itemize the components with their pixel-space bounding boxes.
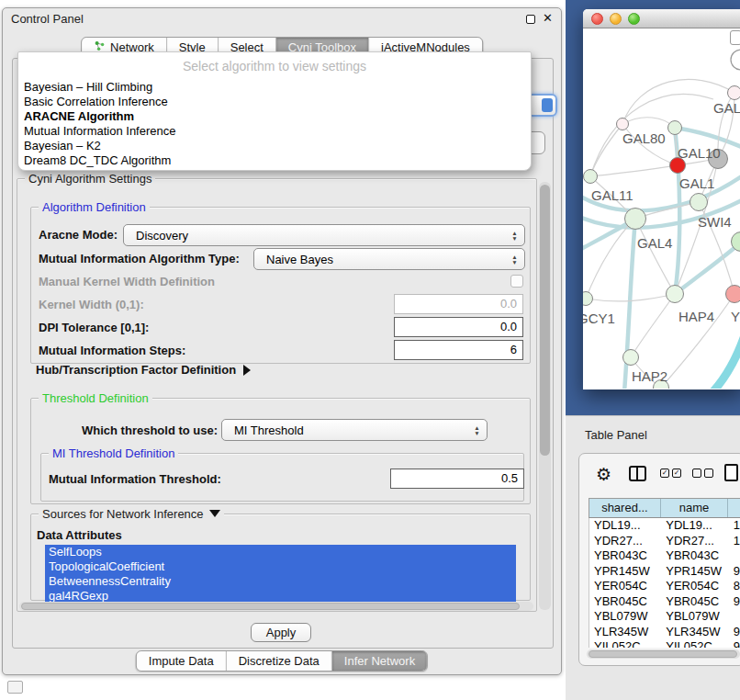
settings-vscrollbar[interactable] [539,182,551,610]
table-hscrollbar-thumb[interactable] [589,650,737,658]
column-header-shared[interactable]: shared... [589,499,661,517]
table-cell: 8. [729,579,740,594]
table-cell: YDL19... [661,518,729,534]
table-cell: YBL079W [589,609,661,625]
table-cell: YLR345W [589,625,661,640]
expand-arrow-icon [243,365,251,376]
hub-definition-expander[interactable]: Hub/Transcription Factor Definition [36,363,251,377]
network-node[interactable] [727,85,740,100]
settings-hscrollbar-thumb[interactable] [21,603,520,610]
tab-label: Infer Network [344,654,415,668]
network-node[interactable] [690,193,708,211]
network-node[interactable] [666,285,684,303]
table-row[interactable]: YLR345WYLR345W9. [589,625,740,640]
dock-panel-icon[interactable] [7,681,23,694]
settings-group-title: Cyni Algorithm Settings [25,172,155,186]
table-cell: YER054C [589,579,661,594]
network-node[interactable] [616,118,629,130]
float-window-icon[interactable] [526,15,535,24]
settings-gear-icon[interactable]: ⚙ [596,464,611,485]
which-threshold-select[interactable]: MI Threshold ▲▼ [221,419,488,441]
attribute-item-selfloops[interactable]: SelfLoops [45,545,516,559]
export-table-icon[interactable] [724,464,738,481]
mi-threshold-group-title: MI Threshold Definition [49,446,178,460]
table-row[interactable]: YBL079WYBL079W [589,609,740,625]
attribute-item-betweennesscentrality[interactable]: BetweennessCentrality [45,574,516,589]
mi-threshold-field[interactable]: 0.5 [390,469,524,489]
algorithm-option-mutual-information-inference[interactable]: Mutual Information Inference [18,124,531,139]
tab-discretize-data[interactable]: Discretize Data [226,651,331,671]
deselect-all-columns-icon[interactable] [692,469,713,478]
column-header-a[interactable]: A [728,499,740,517]
which-threshold-value: MI Threshold [234,423,304,437]
select-all-columns-icon[interactable]: ✓✓ [660,469,681,478]
settings-vscrollbar-thumb[interactable] [540,185,550,456]
algorithm-option-dream8-dc-tdc-algorithm[interactable]: Dream8 DC_TDC Algorithm [18,153,531,168]
table-cell: YBR045C [661,594,729,610]
stepper-arrows-icon: ▲▼ [471,423,483,438]
settings-hscrollbar[interactable] [19,602,533,611]
sources-group-title[interactable]: Sources for Network Inference [39,507,224,521]
node-table: shared...nameA YDL19...YDL19...13YDR27..… [589,498,740,648]
table-cell: YBR043C [661,548,729,564]
mi-type-select[interactable]: Naive Bayes ▲▼ [253,248,525,270]
close-icon[interactable]: ✕ [543,11,553,25]
mi-type-value: Naive Bayes [266,253,333,266]
network-node[interactable] [622,349,639,366]
attribute-item-gal4rgexp[interactable]: gal4RGexp [45,589,516,602]
node-table-panel: ⚙ ✓✓ shared...nameA YDL19...YDL19...13YD… [578,453,740,666]
tab-impute-data[interactable]: Impute Data [137,651,226,671]
table-row[interactable]: YBR045CYBR045C9. [589,594,740,610]
manual-kernel-checkbox[interactable] [510,275,523,288]
refresh-button-accent [542,98,553,112]
table-cell: 9. [729,625,740,640]
table-cell: YDR27... [661,534,729,549]
network-node[interactable] [583,169,598,184]
cyni-algorithm-settings-group: Cyni Algorithm Settings Algorithm Defini… [17,178,537,612]
algorithm-option-aracne-algorithm[interactable]: ARACNE Algorithm [18,109,531,124]
network-node[interactable] [725,285,740,303]
table-hscrollbar[interactable] [587,649,740,659]
algorithm-option-bayesian-hill-climbing[interactable]: Bayesian – Hill Climbing [18,80,531,95]
kernel-width-field[interactable]: 0.0 [394,294,523,314]
tab-infer-network[interactable]: Infer Network [331,651,427,671]
attribute-item-topologicalcoefficient[interactable]: TopologicalCoefficient [45,559,516,574]
dpi-tolerance-field[interactable]: 0.0 [394,317,523,337]
table-cell: 13 [729,518,740,534]
table-cell: 12 [729,534,740,549]
minimize-window-icon[interactable] [610,13,622,25]
table-cell: YLR345W [661,625,729,640]
control-panel-titlebar: Control Panel ✕ [3,8,561,30]
node-label-hap4: HAP4 [678,309,714,324]
table-row[interactable]: YPR145WYPR145W9. [589,564,740,580]
algorithm-option-basic-correlation-inference[interactable]: Basic Correlation Inference [18,95,531,109]
algorithm-dropdown-popup: Select algorithm to view settings Bayesi… [17,51,532,171]
table-cell: YDR27... [589,534,661,549]
mi-threshold-label: Mutual Information Threshold: [49,472,221,486]
network-node[interactable] [667,120,682,135]
hub-definition-label: Hub/Transcription Factor Definition [36,363,236,377]
mi-steps-field[interactable]: 6 [394,340,523,360]
table-cell: YBL079W [661,609,729,625]
node-label-gal: GAL [713,100,740,116]
table-row[interactable]: YIL052CYIL052C9. [589,639,740,648]
algorithm-option-bayesian-k2[interactable]: Bayesian – K2 [18,139,531,153]
network-node[interactable] [624,208,646,230]
algorithm-placeholder: Select algorithm to view settings [18,59,531,73]
table-row[interactable]: YDR27...YDR27...12 [589,534,740,549]
aracne-mode-select[interactable]: Discovery ▲▼ [123,224,525,246]
close-window-icon[interactable] [591,13,603,25]
table-row[interactable]: YER054CYER054C8. [589,579,740,594]
network-canvas[interactable]: GAL80GAL10GAL1GAL11SWI4GAL4GCY1HAP4YHAP2… [583,28,740,389]
node-label-gal10: GAL10 [678,145,721,161]
zoom-window-icon[interactable] [628,13,640,25]
apply-button[interactable]: Apply [251,623,311,642]
node-label-hap2: HAP2 [632,368,667,384]
table-cell: 9. [729,564,740,580]
show-columns-icon[interactable] [629,466,646,481]
table-row[interactable]: YBR043CYBR043C [589,548,740,564]
column-header-name[interactable]: name [661,499,728,517]
node-label-gal11: GAL11 [591,187,633,203]
table-row[interactable]: YDL19...YDL19...13 [589,518,740,534]
node-label-gal80: GAL80 [622,130,666,146]
